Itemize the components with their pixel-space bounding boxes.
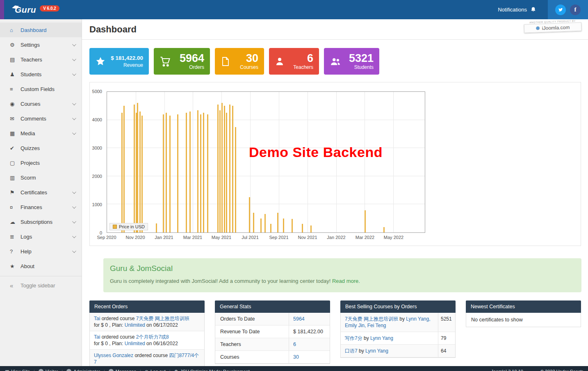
logout-link[interactable]: ⊙ Log out [145, 369, 166, 371]
social-links: f [548, 0, 588, 19]
gridline [393, 92, 394, 232]
stat-card-students[interactable]: 5321 Students [324, 48, 379, 75]
view-site-label: View Site [11, 369, 30, 371]
order-text: ordered course [100, 334, 136, 340]
course-link[interactable]: 写作7分 [345, 335, 362, 341]
stats-value-link[interactable]: 5964 [289, 313, 330, 325]
student-icon: ♟ [10, 71, 21, 77]
stats-value-link[interactable]: 30 [289, 351, 330, 363]
stat-label: Orders [180, 64, 204, 70]
chart-bar [249, 197, 250, 232]
sidebar-item-quizzes[interactable]: ✔ Quizzes [0, 141, 82, 155]
stack-icon: ☁ [10, 219, 21, 225]
ijoomla-ribbon[interactable]: ANOTHER QUALITY PRODUCT BY iJoomla.com [524, 20, 582, 33]
sidebar-item-label: Certificates [21, 189, 72, 196]
chart-bar [197, 110, 198, 232]
chart-bar [207, 114, 208, 232]
chart-bar [163, 114, 164, 232]
by-text: by [362, 335, 370, 341]
sidebar-item-help[interactable]: ? Help [0, 244, 82, 259]
sidebar-item-label: About [21, 263, 75, 269]
general-stats-panel: General Stats Orders To Date 5964 Revenu… [215, 300, 330, 371]
sidebar-item-teachers[interactable]: ▤ Teachers [0, 52, 82, 67]
author-links[interactable]: Lynn Yang [365, 348, 388, 354]
read-more-link[interactable]: Read more. [332, 278, 360, 284]
chevron-down-icon [72, 42, 76, 46]
stat-cards-row: $ 181,422.00 Revenue 5964 Orders 30 Cour… [89, 48, 379, 75]
chart-bar [292, 219, 293, 232]
x-tick-label: Jul 2021 [242, 235, 259, 240]
notifications-button[interactable]: Notifications [498, 7, 536, 13]
author-links[interactable]: Lynn Yang [370, 335, 393, 341]
list-icon: ≡ [10, 86, 21, 92]
x-tick-label: Sep 2020 [97, 235, 116, 240]
user-link[interactable]: Tai [94, 316, 100, 321]
stat-card-orders[interactable]: 5964 Orders [154, 48, 210, 75]
course-link[interactable]: 7天免费 网上雅思培训班 [136, 316, 189, 321]
chart-bar [283, 219, 284, 232]
power-icon: ⊙ [145, 369, 148, 371]
chevron-down-icon [72, 219, 76, 223]
stats-label: Courses [215, 351, 289, 363]
course-link[interactable]: 2个月听力7或8 [136, 334, 169, 340]
gridline [193, 92, 193, 232]
chart-bar [177, 114, 178, 232]
stat-value: 5321 [349, 52, 374, 64]
home-icon: ⌂ [10, 27, 21, 33]
wrench-icon: ⚙ [10, 42, 21, 48]
stat-value: 5964 [180, 52, 204, 64]
y-tick-label: 3000 [92, 146, 102, 150]
chart-bar [137, 103, 138, 232]
panel-title: Recent Orders [89, 300, 205, 313]
sidebar-item-projects[interactable]: ▢ Projects [0, 155, 82, 170]
administrator-link[interactable]: Administrator [66, 369, 100, 371]
sidebar-item-settings[interactable]: ⚙ Settings [0, 37, 82, 52]
app-logo[interactable]: Guru V 6.0.2 [15, 5, 59, 15]
sidebar-item-about[interactable]: ★ About [0, 259, 82, 273]
sidebar-item-scorm[interactable]: ▥ Scorm [0, 170, 82, 185]
messages-link[interactable]: Messages [109, 369, 136, 371]
chart-bar [264, 214, 266, 232]
sidebar-item-dashboard[interactable]: ⌂ Dashboard [0, 23, 82, 37]
order-count: 5251 [438, 313, 455, 332]
stat-card-revenue[interactable]: $ 181,422.00 Revenue [89, 48, 149, 75]
chevron-down-icon [72, 116, 76, 120]
jch-optimize-status[interactable]: ⚙ JCH Optimize Mode: Development [174, 369, 250, 371]
logout-label: Log out [150, 369, 166, 371]
course-link[interactable]: 口语7 [345, 348, 358, 354]
plan-link[interactable]: Unlimited [125, 341, 145, 346]
twitter-icon[interactable] [555, 5, 566, 15]
visitor-link[interactable]: Visitor [39, 369, 58, 371]
facebook-icon[interactable]: f [570, 5, 581, 15]
user-link[interactable]: Tai [94, 334, 100, 340]
stat-card-teachers[interactable]: 6 Teachers [269, 48, 319, 75]
ribbon-text: iJoomla.com [542, 24, 570, 31]
stat-value: 30 [240, 52, 258, 64]
footer-separator: | [34, 369, 35, 371]
newest-certificates-panel: Newest Certificates No certificates to s… [466, 300, 581, 371]
sidebar-item-courses[interactable]: ◉ Courses [0, 96, 82, 111]
footer-bar: ▣ View Site | Visitor | Administrator | … [0, 366, 588, 371]
sidebar-item-media[interactable]: ▦ Media [0, 126, 82, 141]
sidebar-item-custom-fields[interactable]: ≡ Custom Fields [0, 82, 82, 96]
sidebar-item-students[interactable]: ♟ Students [0, 67, 82, 82]
by-text: by [398, 316, 406, 322]
administrator-label: Administrator [73, 369, 100, 371]
view-site-link[interactable]: ▣ View Site [5, 369, 30, 371]
plan-link[interactable]: Unlimited [125, 322, 145, 328]
footer-separator: | [104, 369, 105, 371]
sidebar-item-finances[interactable]: ¤ Finances [0, 200, 82, 214]
user-link[interactable]: Ulysses Gonzalez [94, 353, 133, 358]
course-link[interactable]: 7天免费 网上雅思培训班 [345, 316, 398, 322]
bookmark-icon: ⚑ [10, 189, 21, 196]
chart-bar [224, 106, 225, 232]
sidebar-item-certificates[interactable]: ⚑ Certificates [0, 185, 82, 200]
sidebar-item-subscriptions[interactable]: ☁ Subscriptions [0, 214, 82, 229]
chevron-down-icon [72, 249, 76, 253]
chart-bar [383, 227, 385, 232]
stat-card-courses[interactable]: 30 Courses [215, 48, 264, 75]
stats-value-link[interactable]: 6 [289, 338, 330, 351]
sidebar-item-comments[interactable]: ✉ Comments [0, 111, 82, 126]
toggle-sidebar-button[interactable]: « Toggle sidebar [0, 278, 82, 293]
sidebar-item-logs[interactable]: ≣ Logs [0, 229, 82, 244]
